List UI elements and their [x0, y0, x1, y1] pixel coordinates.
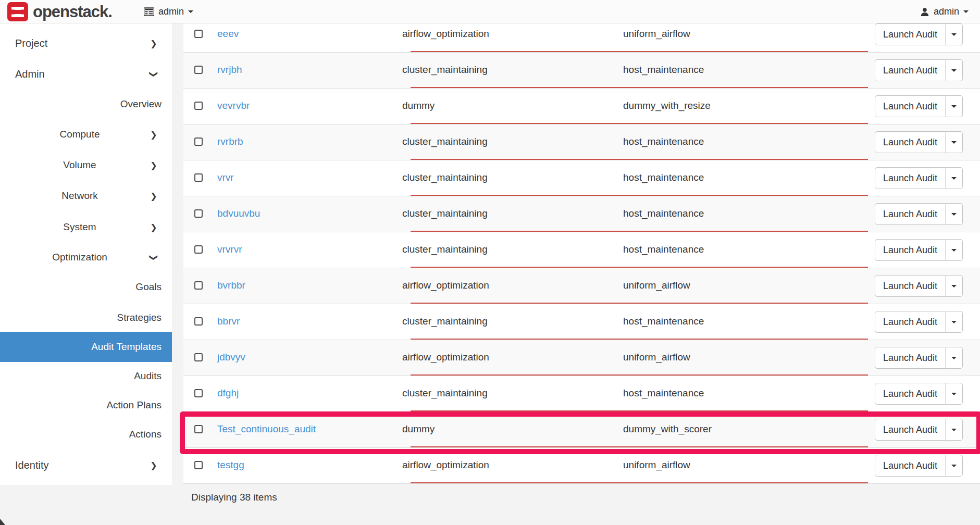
row-divider-red-segment [411, 159, 868, 160]
audit-template-name-link[interactable]: dfghj [217, 388, 239, 399]
sidebar-item-compute[interactable]: Compute❯ [0, 119, 172, 149]
row-checkbox[interactable] [194, 353, 203, 361]
launch-audit-button[interactable]: Launch Audit [875, 95, 946, 117]
row-checkbox[interactable] [194, 30, 203, 38]
strategy-cell: host_maintenance [623, 172, 704, 183]
audit-template-name-link[interactable]: vevrvbr [217, 100, 250, 111]
sidebar-item-network[interactable]: Network❯ [0, 181, 172, 211]
sidebar-item-overview[interactable]: Overview [0, 89, 172, 119]
row-checkbox[interactable] [194, 425, 203, 433]
row-checkbox[interactable] [194, 389, 203, 397]
goal-cell: cluster_maintaining [402, 388, 488, 399]
chevron-right-icon: ❯ [149, 460, 158, 470]
launch-audit-button[interactable]: Launch Audit [875, 131, 946, 153]
goal-cell: cluster_maintaining [402, 316, 488, 327]
row-divider-red-segment [411, 339, 868, 340]
launch-audit-button[interactable]: Launch Audit [875, 203, 946, 225]
sidebar-item-label: Volume [63, 159, 96, 171]
launch-audit-dropdown-toggle[interactable] [945, 419, 963, 441]
launch-audit-button[interactable]: Launch Audit [875, 455, 946, 477]
launch-audit-dropdown-toggle[interactable] [945, 203, 963, 225]
sidebar-item-admin[interactable]: Admin❯ [0, 59, 172, 89]
audit-template-name-link[interactable]: vrvrvr [217, 244, 242, 255]
strategy-cell: host_maintenance [623, 244, 704, 255]
sidebar-item-optimization[interactable]: Optimization❯ [0, 242, 172, 272]
launch-audit-button[interactable]: Launch Audit [875, 419, 946, 441]
table-row: bvrbbr airflow_optimization uniform_airf… [183, 268, 980, 304]
sidebar-item-goals[interactable]: Goals [0, 272, 172, 302]
row-checkbox[interactable] [194, 281, 203, 290]
sidebar-item-audits[interactable]: Audits [0, 361, 172, 391]
sidebar-item-action-plans[interactable]: Action Plans [0, 390, 172, 420]
audit-template-name-link[interactable]: jdbvyv [217, 352, 245, 363]
row-checkbox[interactable] [194, 138, 203, 146]
row-checkbox[interactable] [194, 173, 203, 182]
sidebar-item-volume[interactable]: Volume❯ [0, 150, 172, 180]
row-checkbox[interactable] [194, 102, 203, 110]
audit-template-name-link[interactable]: rvrbrb [217, 136, 243, 147]
sidebar-item-label: Project [15, 38, 47, 49]
launch-audit-button[interactable]: Launch Audit [875, 383, 946, 405]
items-count-summary: Displaying 38 items [191, 492, 277, 503]
table-row: vevrvbr dummy dummy_with_resize Launch A… [183, 89, 980, 124]
audit-template-name-link[interactable]: bbrvr [217, 316, 240, 327]
openstack-logo-icon [7, 2, 28, 21]
goal-cell: cluster_maintaining [402, 172, 488, 183]
chevron-right-icon: ❯ [149, 39, 158, 48]
audit-template-name-link[interactable]: Test_continuous_audit [217, 423, 316, 435]
table-row: rvrbrb cluster_maintaining host_maintena… [183, 124, 980, 160]
sidebar-item-label: System [63, 221, 96, 233]
launch-audit-dropdown-toggle[interactable] [945, 95, 963, 117]
audit-template-name-link[interactable]: testgg [217, 459, 244, 471]
sidebar-item-identity[interactable]: Identity❯ [0, 450, 172, 480]
launch-audit-dropdown-toggle[interactable] [945, 275, 963, 297]
project-switcher[interactable]: admin [144, 0, 193, 23]
launch-audit-button[interactable]: Launch Audit [875, 167, 946, 189]
launch-audit-dropdown-toggle[interactable] [945, 131, 963, 153]
launch-audit-button[interactable]: Launch Audit [875, 347, 946, 369]
launch-audit-button[interactable]: Launch Audit [875, 275, 946, 297]
launch-audit-button-group: Launch Audit [875, 347, 963, 369]
launch-audit-button-group: Launch Audit [875, 23, 963, 45]
audit-template-name-link[interactable]: vrvr [217, 172, 234, 183]
row-checkbox[interactable] [194, 461, 203, 469]
sidebar-item-label: Identity [15, 459, 48, 471]
sidebar-item-strategies[interactable]: Strategies [0, 303, 172, 333]
sidebar-item-system[interactable]: System❯ [0, 212, 172, 242]
caret-down-icon [951, 141, 957, 144]
launch-audit-dropdown-toggle[interactable] [945, 455, 963, 477]
sidebar-item-audit-templates[interactable]: Audit Templates [0, 332, 172, 362]
user-icon [920, 7, 929, 17]
launch-audit-dropdown-toggle[interactable] [945, 239, 963, 261]
caret-down-icon [951, 321, 957, 323]
audit-template-name-link[interactable]: eeev [217, 28, 239, 40]
launch-audit-dropdown-toggle[interactable] [945, 59, 963, 81]
row-divider-red-segment [411, 374, 868, 376]
launch-audit-dropdown-toggle[interactable] [945, 23, 963, 45]
row-checkbox[interactable] [194, 317, 203, 326]
row-checkbox[interactable] [194, 209, 203, 218]
sidebar-item-actions[interactable]: Actions [0, 419, 172, 449]
caret-down-icon [951, 177, 957, 180]
launch-audit-button[interactable]: Launch Audit [875, 59, 946, 81]
audit-template-name-link[interactable]: rvrjbh [217, 64, 242, 76]
launch-audit-dropdown-toggle[interactable] [945, 347, 963, 369]
launch-audit-dropdown-toggle[interactable] [945, 167, 963, 189]
goal-cell: dummy [402, 423, 435, 435]
user-menu[interactable]: admin [920, 0, 969, 23]
launch-audit-dropdown-toggle[interactable] [945, 311, 963, 333]
row-divider-red-segment [411, 87, 868, 88]
sidebar-item-project[interactable]: Project❯ [0, 28, 172, 58]
row-divider-red-segment [411, 303, 868, 304]
strategy-cell: host_maintenance [623, 388, 704, 399]
launch-audit-button[interactable]: Launch Audit [875, 23, 946, 45]
row-checkbox[interactable] [194, 66, 203, 74]
launch-audit-button[interactable]: Launch Audit [875, 239, 946, 261]
launch-audit-button[interactable]: Launch Audit [875, 311, 946, 333]
openstack-logo[interactable]: openstack. [7, 0, 112, 23]
audit-template-name-link[interactable]: bdvuuvbu [217, 208, 260, 219]
audit-template-name-link[interactable]: bvrbbr [217, 280, 245, 291]
caret-down-icon [951, 69, 957, 72]
launch-audit-dropdown-toggle[interactable] [945, 383, 963, 405]
row-checkbox[interactable] [194, 245, 203, 254]
